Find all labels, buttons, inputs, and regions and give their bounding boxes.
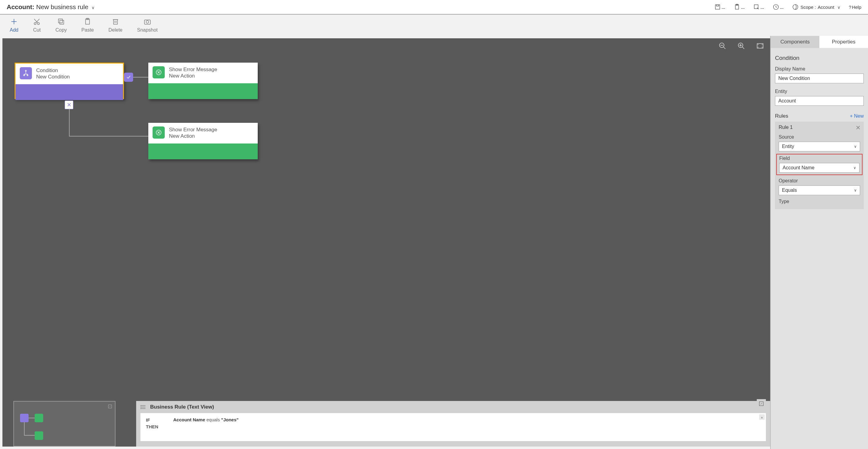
condition-node[interactable]: Condition New Condition: [14, 63, 124, 99]
saveas-icon: [753, 4, 760, 10]
clock-icon: [773, 4, 779, 10]
copy-button[interactable]: Copy: [55, 18, 67, 33]
delete-button[interactable]: Delete: [108, 18, 122, 33]
operator-label: Operator: [779, 178, 860, 184]
breadcrumb[interactable]: Account: New business rule: [7, 3, 95, 11]
false-connector[interactable]: ✕: [65, 101, 73, 109]
connector-line: [69, 136, 148, 137]
header-bar: Account: New business rule ... ... ... .…: [0, 0, 868, 14]
scope-icon: [792, 4, 799, 10]
expr-op: equals: [205, 417, 221, 422]
delete-label: Delete: [108, 27, 122, 33]
field-value: Account Name: [783, 165, 814, 171]
svg-rect-0: [715, 5, 720, 9]
scroll-up[interactable]: ▲: [759, 414, 765, 420]
tab-properties[interactable]: Properties: [819, 36, 868, 48]
paste-button[interactable]: Paste: [82, 18, 94, 33]
fit-button[interactable]: [756, 42, 764, 51]
operator-select[interactable]: Equals ∨: [779, 185, 860, 195]
condition-foot: [16, 84, 123, 100]
add-button[interactable]: Add: [10, 18, 18, 33]
source-value: Entity: [782, 144, 794, 149]
field-select[interactable]: Account Name ∨: [779, 163, 860, 173]
text-view-popout[interactable]: [757, 399, 766, 408]
entity-input[interactable]: [775, 96, 864, 106]
main: Condition New Condition ✕ Show Error: [0, 36, 868, 449]
action-node-1[interactable]: Show Error Message New Action: [148, 63, 258, 99]
copy-icon: [57, 18, 65, 26]
snapshot-label: Snapshot: [137, 27, 158, 33]
canvas[interactable]: Condition New Condition ✕ Show Error: [0, 36, 770, 449]
action-foot: [148, 83, 258, 99]
zoom-in-icon: [737, 42, 745, 50]
svg-rect-13: [113, 20, 117, 24]
trash-icon: [112, 18, 119, 26]
properties-body: Condition Display Name Entity Rules + Ne…: [771, 48, 868, 216]
svg-point-26: [141, 407, 141, 407]
field-label: Field: [779, 156, 860, 161]
action-foot: [148, 144, 258, 159]
error-icon: [153, 126, 165, 139]
if-expression: Account Name equals "Jones": [173, 417, 761, 422]
minimap-connector: [24, 422, 25, 436]
copy-label: Copy: [55, 27, 67, 33]
chevron-down-icon: ∨: [854, 144, 857, 149]
tab-components[interactable]: Components: [771, 36, 819, 48]
action-title: Show Error Message: [169, 126, 217, 133]
minimap-action1: [35, 414, 43, 422]
zoom-in-button[interactable]: [737, 42, 745, 51]
chevron-down-icon: ∨: [854, 166, 856, 170]
canvas-controls: [718, 42, 764, 51]
condition-icon: [20, 67, 32, 79]
text-view-body: ▲ IF Account Name equals "Jones" THEN: [141, 413, 766, 441]
scissors-icon: [33, 18, 41, 26]
minimap-action2: [35, 431, 43, 440]
source-label: Source: [779, 134, 860, 140]
svg-rect-1: [716, 5, 718, 6]
svg-point-6: [793, 5, 798, 10]
validate-button[interactable]: ...: [734, 4, 745, 10]
snapshot-button[interactable]: Snapshot: [137, 18, 158, 33]
source-select[interactable]: Entity ∨: [779, 142, 860, 151]
true-connector[interactable]: [124, 73, 133, 82]
chevron-down-icon[interactable]: [836, 5, 840, 10]
operator-value: Equals: [782, 187, 797, 193]
display-name-label: Display Name: [775, 66, 864, 72]
minimap-condition: [20, 414, 29, 422]
minimap[interactable]: [13, 401, 116, 447]
rule-close-button[interactable]: ✕: [856, 124, 861, 131]
fit-icon: [756, 42, 764, 50]
save-button[interactable]: ...: [714, 4, 725, 10]
svg-rect-10: [58, 19, 62, 23]
paste-label: Paste: [82, 27, 94, 33]
help-button[interactable]: ? Help: [849, 5, 861, 10]
cut-label: Cut: [33, 27, 41, 33]
toolbar: Add Cut Copy Paste Delete Snapshot: [0, 14, 868, 36]
chevron-down-icon[interactable]: [90, 3, 95, 11]
popout-icon: [758, 401, 764, 407]
add-rule-button[interactable]: + New: [850, 113, 864, 119]
zoom-out-button[interactable]: [718, 42, 726, 51]
scope-selector[interactable]: Scope : Account: [792, 4, 840, 10]
expr-val: "Jones": [221, 417, 239, 422]
condition-subtitle: New Condition: [36, 73, 70, 80]
action-subtitle: New Action: [169, 73, 217, 79]
svg-rect-9: [60, 20, 64, 24]
display-name-input[interactable]: [775, 73, 864, 83]
add-label: Add: [10, 27, 18, 33]
popout-icon[interactable]: [107, 404, 113, 409]
saveas-button[interactable]: ...: [753, 4, 764, 10]
text-view-panel: Business Rule (Text View) ▲ IF Account N…: [136, 401, 770, 447]
chevron-down-icon: ∨: [854, 188, 857, 192]
zoom-out-icon: [718, 42, 726, 50]
action-node-2[interactable]: Show Error Message New Action: [148, 123, 258, 159]
text-view-header[interactable]: Business Rule (Text View): [136, 401, 770, 413]
history-button[interactable]: ...: [773, 4, 783, 10]
entity-label: Entity: [775, 89, 864, 94]
entity-label: Account:: [7, 3, 34, 11]
plus-icon: [10, 18, 18, 26]
clipboard-icon: [734, 4, 740, 10]
cut-button[interactable]: Cut: [33, 18, 41, 33]
text-view-title: Business Rule (Text View): [150, 404, 214, 410]
check-icon: [126, 74, 131, 80]
